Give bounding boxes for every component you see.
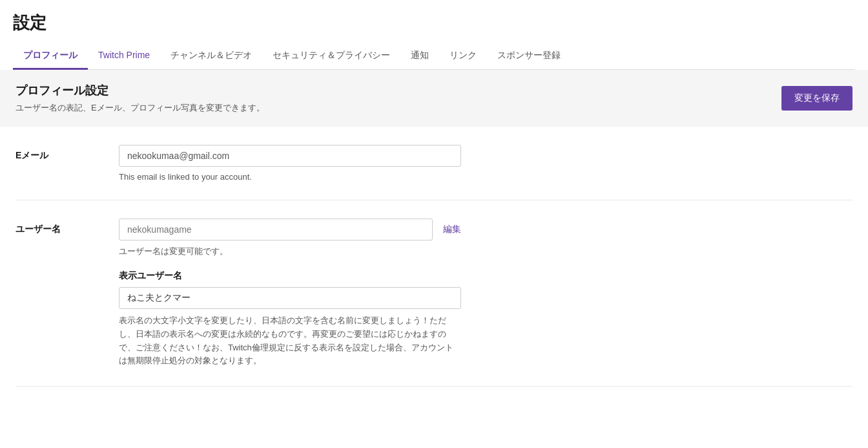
tab-channel-video[interactable]: チャンネル＆ビデオ bbox=[160, 43, 262, 70]
profile-settings-description: ユーザー名の表記、Eメール、プロフィール写真を変更できます。 bbox=[16, 102, 265, 114]
username-label: ユーザー名 bbox=[16, 219, 93, 235]
page-title: 設定 bbox=[13, 12, 855, 34]
username-input[interactable] bbox=[119, 219, 433, 240]
username-form-section: ユーザー名 編集 ユーザー名は変更可能です。 表示ユーザー名 表示名の大文字小文… bbox=[16, 200, 852, 387]
email-input[interactable] bbox=[119, 145, 461, 167]
edit-username-link[interactable]: 編集 bbox=[443, 224, 461, 235]
profile-header-text: プロフィール設定 ユーザー名の表記、Eメール、プロフィール写真を変更できます。 bbox=[16, 83, 265, 114]
tab-links[interactable]: リンク bbox=[439, 43, 487, 70]
content-area: Eメール This email is linked to your accoun… bbox=[0, 127, 868, 387]
display-name-section: 表示ユーザー名 表示名の大文字小文字を変更したり、日本語の文字を含む名前に変更し… bbox=[119, 270, 461, 368]
username-hint: ユーザー名は変更可能です。 bbox=[119, 246, 461, 257]
page-header: 設定 プロフィール Twitch Prime チャンネル＆ビデオ セキュリティ＆… bbox=[0, 0, 868, 70]
display-name-hint: 表示名の大文字小文字を変更したり、日本語の文字を含む名前に変更しましょう！ただし… bbox=[119, 314, 461, 368]
tab-sponsor[interactable]: スポンサー登録 bbox=[487, 43, 571, 70]
tab-security-privacy[interactable]: セキュリティ＆プライバシー bbox=[262, 43, 400, 70]
profile-settings-title: プロフィール設定 bbox=[16, 83, 265, 98]
tab-notifications[interactable]: 通知 bbox=[400, 43, 439, 70]
email-hint: This email is linked to your account. bbox=[119, 172, 461, 182]
email-fields: This email is linked to your account. bbox=[119, 145, 461, 182]
email-label: Eメール bbox=[16, 145, 93, 162]
display-name-input[interactable] bbox=[119, 287, 461, 309]
profile-header-section: プロフィール設定 ユーザー名の表記、Eメール、プロフィール写真を変更できます。 … bbox=[0, 70, 868, 127]
tab-twitch-prime[interactable]: Twitch Prime bbox=[88, 43, 160, 70]
nav-tabs: プロフィール Twitch Prime チャンネル＆ビデオ セキュリティ＆プライ… bbox=[13, 43, 855, 70]
tab-profile[interactable]: プロフィール bbox=[13, 43, 88, 70]
email-form-section: Eメール This email is linked to your accoun… bbox=[16, 127, 852, 200]
display-name-label: 表示ユーザー名 bbox=[119, 270, 461, 282]
username-fields: 編集 ユーザー名は変更可能です。 表示ユーザー名 表示名の大文字小文字を変更した… bbox=[119, 219, 461, 368]
save-changes-button[interactable]: 変更を保存 bbox=[781, 86, 852, 111]
username-row: 編集 bbox=[119, 219, 461, 240]
